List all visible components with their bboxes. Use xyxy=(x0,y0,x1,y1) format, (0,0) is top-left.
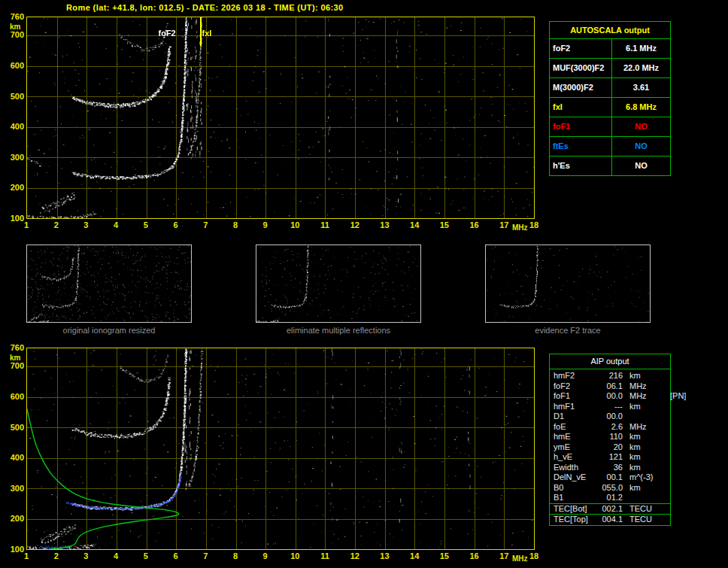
thumbnail-caption-original: original ionogram resized xyxy=(26,326,192,335)
x-axis-tick: 6 xyxy=(168,551,184,560)
aip-tec-row: TEC[Bot]002.1TECU xyxy=(550,503,670,515)
aip-row-label: B1 xyxy=(554,493,597,503)
aip-row-label: foE xyxy=(554,422,597,433)
aip-row-unit: TECU xyxy=(629,515,652,525)
aip-row-value: 36 xyxy=(597,463,623,473)
aip-row-value: 2.6 xyxy=(597,422,623,433)
x-axis-tick: 4 xyxy=(108,551,123,560)
thumbnail-evidence-canvas xyxy=(486,245,650,322)
autoscala-rows: foF26.1 MHzMUF(3000)F222.0 MHzM(3000)F23… xyxy=(550,39,670,175)
x-axis-unit-label: MHz xyxy=(512,554,528,563)
aip-row-value: 06.1 xyxy=(597,381,623,392)
aip-row-label: TEC[Top] xyxy=(554,515,597,525)
aip-table-row: B0055.0km xyxy=(550,483,670,494)
aip-table-row: hmF2216km xyxy=(550,371,670,381)
fof2-annotation: foF2 xyxy=(159,29,176,38)
x-axis-tick: 7 xyxy=(198,551,213,560)
aip-row-unit: km xyxy=(629,371,641,381)
aip-row-note: [PN] xyxy=(670,391,686,402)
autoscala-row-value: 6.1 MHz xyxy=(612,39,670,58)
aip-row-label: Ewidth xyxy=(554,463,597,473)
autoscala-row-label: foF1 xyxy=(550,117,612,136)
x-axis-tick: 12 xyxy=(347,551,362,560)
x-axis-tick: 14 xyxy=(407,220,422,229)
aip-row-value: 00.0 xyxy=(597,391,623,402)
x-axis-tick: 16 xyxy=(467,551,482,560)
aip-row-unit: km xyxy=(629,452,641,463)
aip-table-row: h_vE121km xyxy=(550,452,670,463)
x-axis-tick: 13 xyxy=(377,551,392,560)
aip-row-unit: km xyxy=(629,432,641,442)
autoscala-table-row: ftEsNO xyxy=(550,137,670,156)
autoscala-table-row: fxI6.8 MHz xyxy=(550,98,670,117)
y-axis-tick: 200 xyxy=(5,183,24,192)
aip-row-label: foF2 xyxy=(554,381,597,392)
aip-table-row: foF206.1MHz xyxy=(550,381,670,392)
aip-table-row: foF100.0MHz[PN] xyxy=(550,391,670,402)
aip-row-unit: km xyxy=(629,402,641,412)
x-axis-tick: 15 xyxy=(437,220,452,229)
thumbnail-original-canvas xyxy=(27,245,191,322)
aip-table-row: Ewidth36km xyxy=(550,463,670,473)
x-axis-tick: 3 xyxy=(78,220,93,229)
x-axis-tick: 18 xyxy=(526,551,541,560)
aip-row-value: 004.1 xyxy=(597,515,623,525)
y-axis-unit-label: km xyxy=(10,23,20,31)
x-axis-tick: 9 xyxy=(258,551,273,560)
aip-row-unit: km xyxy=(629,483,641,494)
aip-row-label: foF1 xyxy=(554,391,597,402)
x-axis-tick: 17 xyxy=(496,220,511,229)
autoscala-table: AUTOSCALA output foF26.1 MHzMUF(3000)F22… xyxy=(549,21,671,176)
aip-table-row: hmF1---km xyxy=(550,402,670,412)
x-axis-tick: 2 xyxy=(49,220,64,229)
thumbnail-eliminate-reflections xyxy=(256,245,421,323)
aip-row-unit: MHz xyxy=(629,381,647,392)
autoscala-row-label: foF2 xyxy=(550,39,612,58)
y-axis-tick: 500 xyxy=(5,423,24,432)
aip-row-value: 055.0 xyxy=(597,483,623,494)
y-axis-tick: 760 xyxy=(5,12,24,21)
y-axis-tick: 600 xyxy=(5,61,24,70)
x-axis-tick: 13 xyxy=(377,220,392,229)
y-axis-tick: 700 xyxy=(5,30,24,39)
x-axis-tick: 5 xyxy=(138,551,153,560)
aip-row-label: B0 xyxy=(554,483,597,494)
aip-row-label: ymE xyxy=(554,442,597,453)
aip-table-row: ymE20km xyxy=(550,442,670,453)
aip-row-value: 00.1 xyxy=(597,472,623,483)
x-axis-tick: 11 xyxy=(317,220,332,229)
y-axis-tick: 200 xyxy=(5,514,24,523)
station-date-title: Rome (lat: +41.8, lon: 012.5) - DATE: 20… xyxy=(66,3,344,12)
x-axis-tick: 9 xyxy=(258,220,273,229)
top-ionogram-canvas xyxy=(27,17,534,218)
bottom-ionogram-canvas xyxy=(27,348,534,549)
aip-rows: hmF2216kmfoF206.1MHzfoF100.0MHz[PN]hmF1-… xyxy=(550,369,670,503)
thumbnail-evidence-f2 xyxy=(485,245,651,323)
thumbnail-eliminate-canvas xyxy=(256,245,420,322)
y-axis-tick: 100 xyxy=(5,214,24,223)
autoscala-row-value: NO xyxy=(612,137,670,156)
y-axis-tick: 400 xyxy=(5,453,24,462)
autoscala-row-label: ftEs xyxy=(550,137,612,156)
x-axis-tick: 16 xyxy=(467,220,482,229)
y-axis-tick: 300 xyxy=(5,153,24,162)
aip-row-label: h_vE xyxy=(554,452,597,463)
x-axis-tick: 11 xyxy=(317,551,332,560)
aip-row-label: DelN_vE xyxy=(554,472,597,483)
autoscala-table-row: h'EsNO xyxy=(550,156,670,175)
bottom-ionogram-plot xyxy=(26,348,535,550)
y-axis-tick: 100 xyxy=(5,545,24,554)
aip-row-value: 20 xyxy=(597,442,623,453)
aip-row-label: hmF1 xyxy=(554,402,597,412)
aip-row-unit: m^(-3) xyxy=(629,472,653,483)
aip-table-row: D100.0 xyxy=(550,412,670,422)
aip-row-unit: km xyxy=(629,442,641,453)
autoscala-row-label: fxI xyxy=(550,98,612,117)
y-axis-tick: 600 xyxy=(5,392,24,401)
y-axis-tick: 300 xyxy=(5,484,24,493)
aip-table-row: DelN_vE00.1m^(-3) xyxy=(550,472,670,483)
aip-row-label: TEC[Bot] xyxy=(554,504,597,515)
aip-row-unit: MHz xyxy=(629,391,647,402)
autoscala-row-label: h'Es xyxy=(550,156,612,175)
autoscala-row-label: M(3000)F2 xyxy=(550,78,612,97)
